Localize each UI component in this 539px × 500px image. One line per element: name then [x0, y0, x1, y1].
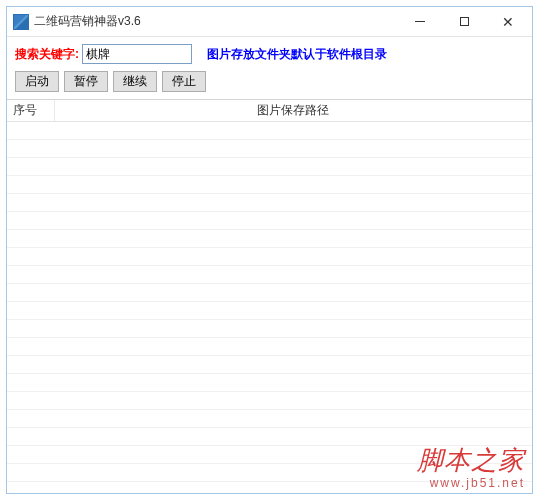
notice-text: 图片存放文件夹默认于软件根目录 [207, 46, 387, 63]
toolbar: 启动 暂停 继续 停止 [7, 68, 532, 99]
column-path[interactable]: 图片保存路径 [55, 100, 532, 121]
table-area: 序号 图片保存路径 [7, 99, 532, 493]
pause-button[interactable]: 暂停 [64, 71, 108, 92]
close-button[interactable]: ✕ [486, 8, 530, 36]
table-row [7, 230, 532, 248]
search-row: 搜索关键字: 图片存放文件夹默认于软件根目录 [7, 37, 532, 68]
minimize-button[interactable] [398, 8, 442, 36]
table-header: 序号 图片保存路径 [7, 100, 532, 122]
table-row [7, 320, 532, 338]
table-row [7, 158, 532, 176]
table-row [7, 338, 532, 356]
maximize-button[interactable] [442, 8, 486, 36]
titlebar: 二维码营销神器v3.6 ✕ [7, 7, 532, 37]
maximize-icon [460, 17, 469, 26]
window-title: 二维码营销神器v3.6 [34, 13, 398, 30]
window-controls: ✕ [398, 8, 530, 36]
table-row [7, 374, 532, 392]
table-row [7, 248, 532, 266]
start-button[interactable]: 启动 [15, 71, 59, 92]
resume-button[interactable]: 继续 [113, 71, 157, 92]
table-row [7, 428, 532, 446]
search-label: 搜索关键字: [15, 46, 79, 63]
table-row [7, 446, 532, 464]
table-row [7, 266, 532, 284]
close-icon: ✕ [502, 14, 514, 30]
table-row [7, 194, 532, 212]
app-icon [13, 14, 29, 30]
table-row [7, 212, 532, 230]
app-window: 二维码营销神器v3.6 ✕ 搜索关键字: 图片存放文件夹默认于软件根目录 启动 … [6, 6, 533, 494]
table-row [7, 392, 532, 410]
table-row [7, 356, 532, 374]
stop-button[interactable]: 停止 [162, 71, 206, 92]
table-row [7, 302, 532, 320]
table-row [7, 284, 532, 302]
search-input[interactable] [82, 44, 192, 64]
column-seq[interactable]: 序号 [7, 100, 55, 121]
table-row [7, 464, 532, 482]
table-row [7, 176, 532, 194]
table-body [7, 122, 532, 482]
table-row [7, 410, 532, 428]
table-row [7, 140, 532, 158]
table-row [7, 122, 532, 140]
minimize-icon [415, 21, 425, 22]
